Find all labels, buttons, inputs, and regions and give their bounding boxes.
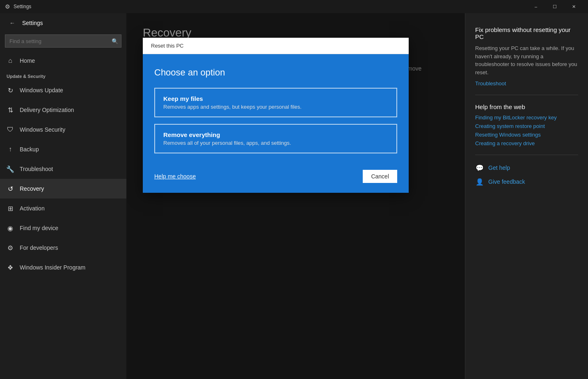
troubleshoot-link[interactable]: Troubleshoot	[475, 80, 578, 87]
sidebar-item-for-developers-label: For developers	[20, 244, 58, 251]
for-developers-icon: ⚙	[7, 244, 14, 251]
back-button[interactable]: ←	[7, 17, 18, 29]
windows-security-icon: 🛡	[7, 126, 14, 133]
keep-files-option[interactable]: Keep my files Removes apps and settings,…	[154, 88, 397, 117]
minimize-button[interactable]: –	[526, 0, 545, 13]
recovery-icon: ↺	[7, 185, 14, 192]
get-help-label: Get help	[488, 164, 510, 171]
sidebar-item-delivery-optimization-label: Delivery Optimization	[20, 107, 74, 113]
find-my-device-icon: ◉	[7, 224, 14, 232]
sidebar-item-windows-insider-label: Windows Insider Program	[20, 264, 85, 271]
help-link-windows-settings[interactable]: Resetting Windows settings	[475, 132, 578, 138]
sidebar-title: Settings	[22, 20, 43, 26]
activation-icon: ⊞	[7, 205, 14, 212]
backup-icon: ↑	[7, 146, 14, 153]
app-body: ← Settings 🔍 ⌂ Home Update & Security ↻ …	[0, 13, 588, 379]
sidebar-item-backup[interactable]: ↑ Backup	[0, 139, 126, 159]
sidebar-item-windows-update-label: Windows Update	[20, 87, 63, 94]
dialog-heading: Choose an option	[154, 67, 397, 78]
help-me-choose-button[interactable]: Help me choose	[154, 173, 196, 180]
sidebar-item-home-label: Home	[20, 57, 35, 64]
sidebar-item-delivery-optimization[interactable]: ⇅ Delivery Optimization	[0, 100, 126, 120]
sidebar-item-windows-security[interactable]: 🛡 Windows Security	[0, 120, 126, 139]
search-box: 🔍	[5, 34, 121, 48]
fix-problems-text: Resetting your PC can take a while. If y…	[475, 44, 578, 76]
windows-update-icon: ↻	[7, 87, 14, 94]
help-from-web-heading: Help from the web	[475, 103, 578, 110]
close-button[interactable]: ✕	[564, 0, 583, 13]
sidebar-item-activation[interactable]: ⊞ Activation	[0, 199, 126, 218]
sidebar-item-windows-insider[interactable]: ❖ Windows Insider Program	[0, 258, 126, 277]
get-help-icon: 💬	[475, 163, 484, 172]
get-help-item[interactable]: 💬 Get help	[475, 163, 578, 172]
right-divider-2	[475, 155, 578, 155]
main-content: Recovery Reset this PC If your PC isn't …	[126, 13, 465, 379]
search-icon: 🔍	[112, 38, 118, 44]
sidebar-item-for-developers[interactable]: ⚙ For developers	[0, 238, 126, 258]
sidebar-item-troubleshoot[interactable]: 🔧 Troubleshoot	[0, 159, 126, 179]
sidebar-item-find-my-device[interactable]: ◉ Find my device	[0, 218, 126, 238]
sidebar-item-troubleshoot-label: Troubleshoot	[20, 166, 53, 172]
sidebar-item-activation-label: Activation	[20, 205, 45, 212]
sidebar-item-find-my-device-label: Find my device	[20, 225, 58, 231]
app-icon: ⚙	[5, 3, 10, 10]
sidebar-item-backup-label: Backup	[20, 146, 39, 153]
dialog-titlebar: Reset this PC	[143, 38, 409, 54]
dialog-body: Choose an option Keep my files Removes a…	[143, 54, 409, 165]
title-bar-title: Settings	[14, 4, 31, 9]
keep-files-desc: Removes apps and settings, but keeps you…	[163, 104, 388, 110]
give-feedback-item[interactable]: 👤 Give feedback	[475, 177, 578, 186]
sidebar-item-recovery[interactable]: ↺ Recovery	[0, 179, 126, 199]
search-input[interactable]	[5, 34, 121, 48]
title-bar-left: ⚙ Settings	[5, 3, 526, 10]
right-panel: Fix problems without resetting your PC R…	[465, 13, 588, 379]
sidebar-item-home[interactable]: ⌂ Home	[0, 51, 126, 71]
sidebar-item-windows-update[interactable]: ↻ Windows Update	[0, 80, 126, 100]
help-link-restore-point[interactable]: Creating system restore point	[475, 123, 578, 129]
reset-dialog: Reset this PC Choose an option Keep my f…	[143, 38, 409, 193]
sidebar-item-recovery-label: Recovery	[20, 185, 44, 192]
right-divider	[475, 95, 578, 95]
remove-everything-title: Remove everything	[163, 131, 388, 138]
remove-everything-desc: Removes all of your personal files, apps…	[163, 140, 388, 146]
give-feedback-icon: 👤	[475, 177, 484, 186]
title-bar-controls: – ☐ ✕	[526, 0, 583, 13]
windows-insider-icon: ❖	[7, 264, 14, 271]
help-link-bitlocker[interactable]: Finding my BitLocker recovery key	[475, 114, 578, 121]
dialog-footer: Help me choose Cancel	[143, 165, 409, 193]
sidebar: ← Settings 🔍 ⌂ Home Update & Security ↻ …	[0, 13, 126, 379]
fix-problems-heading: Fix problems without resetting your PC	[475, 26, 578, 40]
give-feedback-label: Give feedback	[488, 178, 525, 185]
dialog-overlay: Reset this PC Choose an option Keep my f…	[126, 13, 465, 379]
home-icon: ⌂	[7, 57, 14, 64]
sidebar-section-label: Update & Security	[0, 71, 126, 80]
troubleshoot-icon: 🔧	[7, 165, 14, 173]
keep-files-title: Keep my files	[163, 95, 388, 102]
sidebar-header: ← Settings	[0, 13, 126, 33]
help-link-recovery-drive[interactable]: Creating a recovery drive	[475, 140, 578, 146]
title-bar: ⚙ Settings – ☐ ✕	[0, 0, 588, 13]
cancel-button[interactable]: Cancel	[363, 170, 397, 183]
delivery-optimization-icon: ⇅	[7, 106, 14, 114]
remove-everything-option[interactable]: Remove everything Removes all of your pe…	[154, 124, 397, 153]
sidebar-item-windows-security-label: Windows Security	[20, 126, 65, 133]
maximize-button[interactable]: ☐	[545, 0, 564, 13]
